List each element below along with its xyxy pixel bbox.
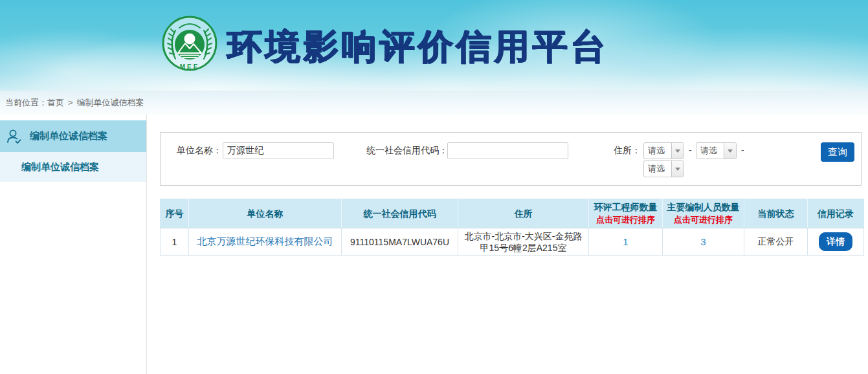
cell-address: 北京市-北京市-大兴区-金苑路甲15号6幢2层A215室 — [458, 228, 589, 256]
address-dash-1: - — [689, 142, 692, 159]
sidebar-item-label: 编制单位诚信档案 — [30, 130, 107, 142]
search-panel: 单位名称： 统一社会信用代码： 住所： 请选择 - 请选择 - 请选择 查询 — [160, 132, 862, 186]
province-select[interactable]: 请选择 — [643, 142, 684, 159]
sidebar-subitem-label: 编制单位诚信档案 — [21, 161, 99, 173]
header-engineer-count-label: 环评工程师数量 — [594, 202, 658, 212]
header-status: 当前状态 — [744, 199, 808, 228]
chevron-down-icon[interactable] — [671, 161, 684, 177]
logo-mee-text: MEE — [180, 63, 200, 71]
company-name-input[interactable] — [223, 142, 334, 159]
page-title: 环境影响评价信用平台 — [227, 23, 608, 71]
credit-code-label: 统一社会信用代码： — [366, 142, 448, 159]
site-header: MEE 环境影响评价信用平台 — [0, 0, 868, 91]
header-index: 序号 — [161, 199, 189, 228]
header-staff-count-label: 主要编制人员数量 — [667, 202, 740, 212]
address-label: 住所： — [614, 142, 641, 159]
table-header-row: 序号 单位名称 统一社会信用代码 住所 环评工程师数量 点击可进行排序 主要编制… — [161, 199, 864, 228]
header-credit-record: 信用记录 — [808, 199, 864, 228]
mee-logo-icon: MEE — [161, 14, 219, 72]
breadcrumb: 当前位置：首页>编制单位诚信档案 — [0, 91, 868, 115]
breadcrumb-home-link[interactable]: 首页 — [47, 98, 64, 107]
city-select[interactable]: 请选择 — [696, 142, 737, 159]
header-company: 单位名称 — [189, 199, 342, 228]
sidebar-item-credit-archive[interactable]: 编制单位诚信档案 — [0, 152, 146, 182]
credit-code-input[interactable] — [447, 142, 568, 159]
sidebar: 编制单位诚信档案 编制单位诚信档案 — [0, 115, 147, 374]
breadcrumb-separator: > — [68, 98, 73, 107]
page-body: 编制单位诚信档案 编制单位诚信档案 单位名称： 统一社会信用代码： 住所： 请选… — [0, 115, 868, 374]
city-select-value: 请选择 — [696, 143, 724, 159]
header-staff-count-sortable[interactable]: 主要编制人员数量 点击可进行排序 — [663, 199, 744, 228]
engineer-count-link[interactable]: 1 — [623, 236, 628, 247]
staff-count-link[interactable]: 3 — [700, 236, 706, 247]
sort-hint-engineer[interactable]: 点击可进行排序 — [590, 214, 661, 226]
district-select-value: 请选择 — [644, 161, 671, 177]
header-address: 住所 — [458, 199, 589, 228]
user-check-icon — [5, 128, 22, 145]
company-name-label: 单位名称： — [177, 142, 222, 159]
chevron-down-icon[interactable] — [671, 143, 684, 159]
district-select[interactable]: 请选择 — [643, 160, 684, 177]
results-table: 序号 单位名称 统一社会信用代码 住所 环评工程师数量 点击可进行排序 主要编制… — [160, 199, 864, 256]
detail-button[interactable]: 详情 — [819, 232, 852, 251]
cell-status: 正常公开 — [744, 228, 808, 256]
header-credit-code: 统一社会信用代码 — [342, 199, 458, 228]
header-engineer-count-sortable[interactable]: 环评工程师数量 点击可进行排序 — [589, 199, 663, 228]
chevron-down-icon[interactable] — [724, 143, 736, 159]
address-dash-2: - — [741, 142, 744, 159]
sidebar-item-credit-archive-group[interactable]: 编制单位诚信档案 — [0, 120, 146, 152]
company-link[interactable]: 北京万源世纪环保科技有限公司 — [197, 236, 333, 247]
province-select-value: 请选择 — [644, 143, 671, 159]
table-row: 1 北京万源世纪环保科技有限公司 91110115MA7LWUA76U 北京市-… — [161, 228, 864, 256]
breadcrumb-prefix: 当前位置： — [5, 98, 47, 107]
cell-credit-code: 91110115MA7LWUA76U — [342, 228, 458, 256]
breadcrumb-current: 编制单位诚信档案 — [77, 98, 144, 107]
cell-index: 1 — [161, 228, 189, 256]
search-button[interactable]: 查询 — [821, 142, 854, 162]
sort-hint-staff[interactable]: 点击可进行排序 — [664, 214, 742, 226]
